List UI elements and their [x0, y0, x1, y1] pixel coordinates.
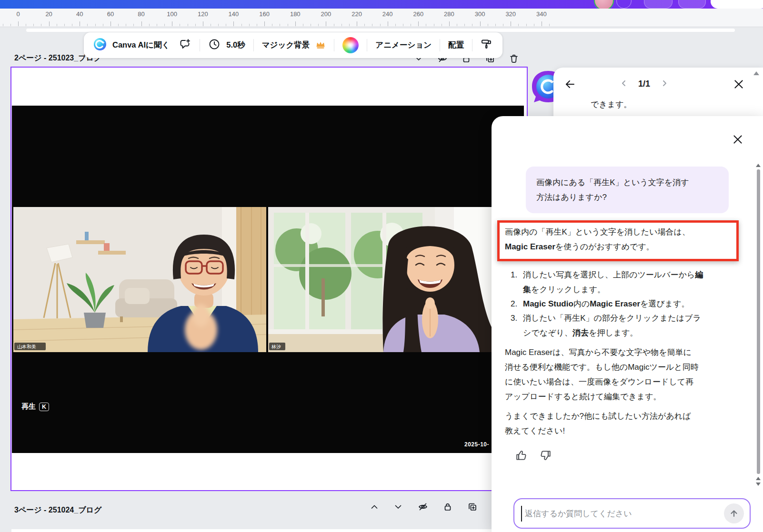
toolbar-divider [334, 39, 334, 51]
topbar-button-2[interactable] [678, 0, 706, 9]
comment-add-icon[interactable] [179, 38, 191, 52]
back-arrow-icon[interactable] [564, 78, 577, 91]
ai-chat-card: 画像内にある「再生K」という文字を消す方法はありますか? 画像内の「再生K」とい… [492, 116, 763, 532]
ai-reply-step-1: 1. 消したい写真を選択し、上部のツールバーから編集をクリックします。 [511, 267, 703, 297]
chat-scrollbar[interactable] [757, 169, 760, 474]
position-button[interactable]: 配置 [448, 40, 464, 50]
result-pagination: 1/1 [620, 79, 668, 89]
play-label: 再生 [21, 402, 36, 411]
crown-icon [315, 40, 326, 51]
panel-close-icon[interactable] [733, 78, 745, 90]
ai-reply-paragraph-1: Magic Eraserは、写真から不要な文字や物を簡単に消せる便利な機能です。… [505, 345, 699, 404]
send-button[interactable] [724, 503, 744, 523]
canva-ai-icon [93, 38, 107, 53]
chat-input-container [513, 498, 751, 529]
ai-reply-step-2: 2. Magic Studio内のMagic Eraserを選びます。 [511, 296, 690, 311]
chevron-right-icon[interactable] [661, 79, 668, 89]
ask-canva-ai-button[interactable]: Canva AIに聞く [112, 40, 170, 50]
clock-icon [208, 38, 221, 52]
video-feed-left: 山本和美 [13, 207, 266, 352]
chevron-left-icon[interactable] [620, 79, 628, 89]
magic-background-button[interactable]: マジック背景 [262, 40, 310, 50]
video-feed-right: 林汐 [268, 207, 521, 352]
topbar-button-1[interactable] [644, 0, 673, 9]
chat-scroll-up-icon[interactable] [756, 164, 761, 167]
panel-scroll-up-icon[interactable] [753, 71, 759, 75]
chat-input[interactable] [524, 499, 712, 529]
video-screenshot[interactable]: 山本和美 [12, 106, 524, 453]
ai-reply-paragraph-2: うまくできましたか?他にも試したい方法があれば教えてください! [505, 409, 691, 438]
thumb-up-icon[interactable] [515, 449, 528, 462]
app-top-bar [0, 0, 763, 9]
topbar-circle-button[interactable] [616, 0, 632, 9]
duration-button[interactable]: 5.0秒 [226, 40, 245, 50]
ai-reply-step-3: 3. 消したい「再生K」の部分をクリックまたはブラシでなぞり、消去を押します。 [511, 311, 701, 340]
toolbar-divider [367, 39, 367, 51]
participant-left-name: 山本和美 [17, 344, 36, 349]
ruler: 0204060801001201401601802002202402602803… [0, 9, 763, 27]
page-3-lock-icon[interactable] [442, 502, 453, 512]
context-toolbar: Canva AIに聞く 5.0秒 マジック背景 アニメーション 配置 [84, 32, 502, 58]
play-overlay: 再生 K [21, 402, 49, 411]
chat-scroll-up2-icon[interactable] [756, 477, 761, 480]
paint-roller-icon[interactable] [481, 38, 493, 52]
feedback-buttons [515, 449, 552, 462]
toolbar-divider [200, 39, 200, 51]
canva-editor: 0204060801001201401601802002202402602803… [0, 0, 763, 532]
design-page-3[interactable] [11, 529, 492, 532]
horizontal-scrollbar[interactable] [26, 29, 735, 32]
page-indicator: 1/1 [638, 79, 650, 89]
chat-close-icon[interactable] [732, 133, 744, 146]
user-avatar[interactable] [594, 0, 614, 9]
toolbar-divider [253, 39, 254, 51]
play-shortcut-key: K [39, 403, 49, 411]
toolbar-divider [472, 39, 472, 51]
animation-button[interactable]: アニメーション [375, 40, 432, 50]
page-3-title[interactable]: 3ページ - 251024_ブログ [14, 505, 101, 515]
topbar-primary-button[interactable] [711, 0, 763, 9]
page-3-duplicate-icon[interactable] [467, 502, 478, 512]
toolbar-divider [440, 39, 440, 51]
page-3-chevron-down-icon[interactable] [393, 502, 403, 512]
chat-scroll-down-icon[interactable] [756, 483, 761, 486]
user-message-bubble: 画像内にある「再生K」という文字を消す方法はありますか? [526, 167, 729, 213]
video-timestamp: 2025-10- [464, 441, 489, 448]
text-caret [521, 506, 522, 522]
page-2-trash-icon[interactable] [509, 53, 519, 64]
ai-reply-intro: 画像内の「再生K」という文字を消したい場合は、Magic Eraserを使うのが… [505, 225, 690, 254]
thumb-down-icon[interactable] [539, 449, 552, 462]
page-3-hide-icon[interactable] [418, 502, 428, 512]
color-wheel-icon[interactable] [342, 37, 359, 53]
participant-right-name: 林汐 [271, 344, 281, 349]
panel-partial-text: できます。 [591, 99, 632, 110]
page-3-chevron-up-icon[interactable] [369, 502, 380, 512]
